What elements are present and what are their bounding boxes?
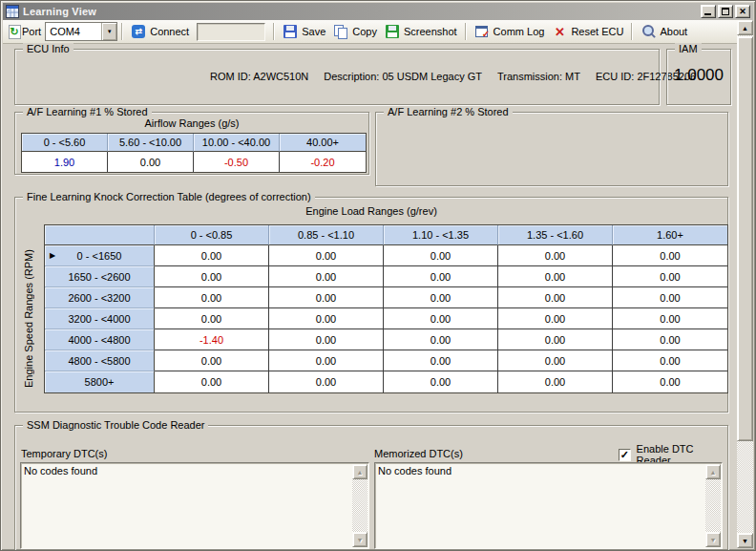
enable-dtc-reader-checkbox[interactable]: ✓: [619, 449, 631, 461]
airflow-ranges-label: Airflow Ranges (g/s): [15, 117, 368, 129]
scrollbar-up-button[interactable]: ▲: [737, 20, 753, 35]
chevron-down-icon: ▼: [107, 29, 113, 34]
about-button[interactable]: About: [637, 22, 691, 41]
knock-value-cell[interactable]: 0.00: [269, 329, 384, 350]
knock-value-cell[interactable]: 0.00: [613, 308, 727, 329]
knock-value-cell[interactable]: 0.00: [384, 308, 498, 329]
knock-value-cell[interactable]: -1.40: [155, 329, 269, 350]
knock-value-cell[interactable]: 0.00: [269, 245, 384, 266]
scroll-down-icon: ▼: [357, 537, 364, 543]
af-learning-2-group: A/F Learning #2 % Stored: [375, 112, 728, 186]
comm-log-button[interactable]: ✓ Comm Log: [471, 22, 549, 41]
checkmark-icon: ✓: [620, 450, 629, 460]
ecu-info-group-label: ECU Info: [23, 43, 74, 54]
about-icon: [640, 24, 656, 39]
af1-value-cell[interactable]: 1.90: [22, 152, 108, 172]
knock-value-cell[interactable]: 0.00: [613, 266, 727, 287]
knock-value-cell[interactable]: 0.00: [155, 287, 269, 308]
knock-value-cell[interactable]: 0.00: [269, 350, 384, 371]
af-learning-1-group-label: A/F Learning #1 % Stored: [23, 106, 152, 117]
iam-group-label: IAM: [675, 43, 702, 54]
main-vertical-scrollbar[interactable]: ▲ ▼: [737, 20, 753, 548]
knock-value-cell[interactable]: 0.00: [155, 266, 269, 287]
knock-row-header: 4000 - <4800: [45, 329, 155, 350]
dtc-reader-group-label: SSM Diagnostic Trouble Code Reader: [23, 419, 208, 431]
minimize-button[interactable]: [701, 5, 716, 18]
maximize-icon: [722, 8, 729, 15]
knock-value-cell[interactable]: 0.00: [269, 371, 384, 392]
screenshot-button[interactable]: Screenshot: [381, 22, 461, 41]
knock-column-header: 1.35 - <1.60: [498, 225, 613, 245]
close-icon: ✕: [739, 8, 746, 16]
port-refresh-icon[interactable]: ↻: [7, 24, 22, 39]
memorized-dtc-textarea[interactable]: No codes found ▲ ▼: [374, 462, 723, 549]
iam-value: 1.0000: [667, 66, 730, 85]
knock-value-cell[interactable]: 0.00: [498, 308, 613, 329]
toolbar-separator: [121, 23, 123, 40]
temporary-dtc-text: No codes found: [24, 465, 349, 477]
af1-column-header: 5.60 - <10.00: [108, 134, 194, 152]
af1-column-header: 10.00 - <40.00: [194, 134, 280, 152]
af-learning-1-group: A/F Learning #1 % Stored Airflow Ranges …: [14, 112, 369, 175]
knock-row-header: 2600 - <3200: [45, 287, 155, 308]
copy-button[interactable]: Copy: [329, 22, 381, 41]
engine-load-ranges-label: Engine Load Ranges (g/rev): [15, 205, 727, 217]
port-dropdown-button[interactable]: ▼: [101, 23, 116, 40]
screenshot-icon: [385, 24, 400, 39]
knock-value-cell[interactable]: 0.00: [498, 266, 613, 287]
scroll-up-icon: ▲: [710, 469, 717, 476]
knock-correction-table: 0 - <0.850.85 - <1.101.10 - <1.351.35 - …: [44, 224, 728, 393]
port-combobox[interactable]: COM4 ▼: [45, 22, 117, 41]
knock-value-cell[interactable]: 0.00: [613, 245, 727, 266]
toolbar-separator: [465, 23, 467, 40]
titlebar[interactable]: Learning View ✕: [3, 3, 753, 20]
knock-value-cell[interactable]: 0.00: [613, 287, 727, 308]
knock-value-cell[interactable]: 0.00: [498, 245, 613, 266]
af-learning-2-group-label: A/F Learning #2 % Stored: [384, 106, 513, 117]
knock-value-cell[interactable]: 0.00: [498, 350, 613, 371]
af1-value-cell[interactable]: 0.00: [108, 152, 194, 172]
save-button[interactable]: Save: [279, 22, 329, 41]
af1-value-cell[interactable]: -0.20: [280, 152, 366, 172]
scroll-down-icon: ▼: [742, 538, 748, 544]
copy-label: Copy: [352, 26, 377, 37]
scrollbar-thumb[interactable]: [737, 36, 753, 441]
reset-ecu-button[interactable]: ✕ Reset ECU: [548, 22, 627, 41]
knock-value-cell[interactable]: 0.00: [155, 308, 269, 329]
knock-value-cell[interactable]: 0.00: [155, 371, 269, 392]
knock-corner-cell: [45, 225, 155, 245]
knock-value-cell[interactable]: 0.00: [384, 245, 498, 266]
connect-button[interactable]: ⇄ Connect: [127, 22, 193, 41]
knock-value-cell[interactable]: 0.00: [384, 329, 498, 350]
description-value: Description: 05 USDM Legacy GT: [324, 71, 482, 82]
knock-value-cell[interactable]: 0.00: [498, 287, 613, 308]
memorized-dtc-text: No codes found: [378, 465, 703, 477]
knock-value-cell[interactable]: 0.00: [384, 350, 498, 371]
knock-value-cell[interactable]: 0.00: [498, 371, 613, 392]
knock-value-cell[interactable]: 0.00: [498, 329, 613, 350]
knock-value-cell[interactable]: 0.00: [155, 245, 269, 266]
knock-value-cell[interactable]: 0.00: [613, 329, 727, 350]
af1-value-cell[interactable]: -0.50: [194, 152, 280, 172]
connect-label: Connect: [150, 26, 189, 37]
knock-value-cell[interactable]: 0.00: [269, 287, 384, 308]
dtc-reader-group: SSM Diagnostic Trouble Code Reader ✓ Ena…: [14, 425, 728, 551]
knock-value-cell[interactable]: 0.00: [613, 371, 727, 392]
knock-value-cell[interactable]: 0.00: [384, 266, 498, 287]
knock-row-header: 1650 - <2600: [45, 266, 155, 287]
knock-value-cell[interactable]: 0.00: [155, 350, 269, 371]
app-grid-icon: [6, 5, 19, 18]
knock-value-cell[interactable]: 0.00: [384, 287, 498, 308]
close-button[interactable]: ✕: [735, 5, 750, 18]
knock-value-cell[interactable]: 0.00: [269, 308, 384, 329]
knock-value-cell[interactable]: 0.00: [269, 266, 384, 287]
connect-status-field[interactable]: [197, 23, 265, 41]
scrollbar-down-button[interactable]: ▼: [737, 533, 753, 548]
toolbar: ↻ Port COM4 ▼ ⇄ Connect Save Copy Screen…: [3, 20, 737, 44]
knock-column-header: 0.85 - <1.10: [269, 225, 384, 245]
maximize-button[interactable]: [718, 5, 733, 18]
temporary-dtc-textarea[interactable]: No codes found ▲ ▼: [20, 462, 369, 549]
knock-row-header: 3200 - <4000: [45, 308, 155, 329]
knock-value-cell[interactable]: 0.00: [384, 371, 498, 392]
knock-value-cell[interactable]: 0.00: [613, 350, 727, 371]
